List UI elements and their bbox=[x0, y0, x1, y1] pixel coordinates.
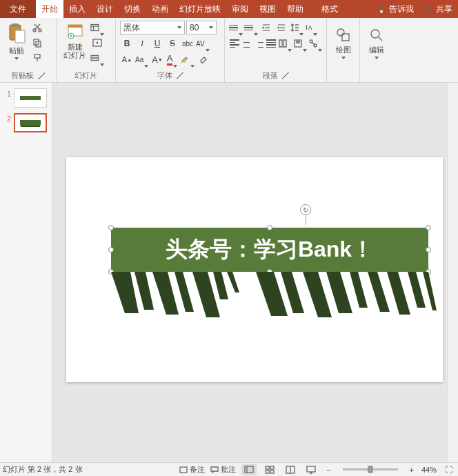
tab-file[interactable]: 文件 bbox=[0, 0, 36, 18]
font-name-select[interactable]: 黑体 bbox=[120, 21, 185, 34]
font-grow-button[interactable]: A▲ bbox=[120, 52, 134, 66]
bold-button[interactable]: B bbox=[120, 37, 134, 50]
align-text-button[interactable] bbox=[293, 37, 307, 50]
zoom-slider[interactable] bbox=[343, 468, 398, 470]
font-dialog-launcher[interactable] bbox=[177, 72, 183, 79]
tab-home[interactable]: 开始 bbox=[36, 0, 63, 18]
font-size-select[interactable]: 80 bbox=[186, 21, 217, 34]
share-label[interactable]: 共享 bbox=[436, 3, 452, 15]
thumb-1-number: 1 bbox=[3, 88, 11, 98]
ribbon: 粘贴 剪贴板 新建 幻灯片 幻灯片 bbox=[0, 18, 458, 83]
italic-button[interactable]: I bbox=[135, 37, 149, 50]
text-shadow-button[interactable]: abc bbox=[181, 37, 195, 50]
slide-canvas[interactable]: ↻ 头条号：学习Bank！ bbox=[52, 83, 458, 462]
view-reading-button[interactable] bbox=[283, 464, 298, 475]
tab-format[interactable]: 格式 bbox=[316, 0, 344, 18]
columns-button[interactable] bbox=[278, 37, 292, 50]
text-direction-button[interactable]: ⅠA bbox=[305, 21, 319, 34]
char-spacing-button[interactable]: AV bbox=[196, 37, 210, 50]
cut-button[interactable] bbox=[30, 21, 44, 34]
align-justify-button[interactable] bbox=[266, 37, 277, 50]
slide[interactable]: ↻ 头条号：学习Bank！ bbox=[66, 157, 443, 382]
tab-insert[interactable]: 插入 bbox=[63, 0, 91, 18]
handle-tl[interactable] bbox=[108, 225, 114, 230]
thumb-2[interactable]: 2 bbox=[3, 113, 49, 132]
tab-transition[interactable]: 切换 bbox=[119, 0, 146, 18]
rotate-handle[interactable]: ↻ bbox=[300, 204, 311, 225]
tab-bar: 文件 开始 插入 设计 切换 动画 幻灯片放映 审阅 视图 帮助 格式 告诉我 … bbox=[0, 0, 458, 18]
zoom-in-button[interactable]: + bbox=[408, 466, 416, 474]
thumb-1[interactable]: 1 bbox=[3, 88, 49, 108]
font-color-button[interactable]: A bbox=[166, 52, 179, 66]
handle-bl[interactable] bbox=[108, 269, 114, 275]
notes-button[interactable]: 备注 bbox=[179, 464, 205, 475]
tab-help[interactable]: 帮助 bbox=[281, 0, 309, 18]
handle-l[interactable] bbox=[108, 247, 114, 252]
numbering-button[interactable] bbox=[244, 21, 258, 34]
svg-rect-13 bbox=[91, 24, 99, 30]
align-right-button[interactable] bbox=[254, 37, 265, 50]
view-sorter-button[interactable] bbox=[262, 464, 277, 475]
new-slide-button[interactable]: 新建 幻灯片 bbox=[61, 21, 89, 61]
svg-rect-29 bbox=[270, 470, 274, 473]
drawing-button[interactable]: 绘图 bbox=[331, 21, 355, 65]
fit-to-window-button[interactable]: ⛶ bbox=[442, 466, 455, 474]
strike-button[interactable]: S bbox=[166, 37, 179, 50]
font-shrink-button[interactable]: A▼ bbox=[150, 52, 164, 66]
handle-t[interactable] bbox=[267, 225, 272, 230]
view-reading-icon bbox=[286, 466, 295, 474]
clipboard-dialog-launcher[interactable] bbox=[38, 72, 45, 79]
eraser-icon bbox=[198, 54, 208, 64]
svg-point-6 bbox=[39, 29, 41, 32]
vertical-scrollbar[interactable] bbox=[447, 83, 458, 462]
view-sorter-icon bbox=[265, 466, 275, 474]
highlight-button[interactable] bbox=[181, 52, 195, 66]
underline-button[interactable]: U bbox=[150, 37, 164, 50]
line-spacing-button[interactable] bbox=[290, 21, 303, 34]
align-center-button[interactable] bbox=[241, 37, 252, 50]
handle-r[interactable] bbox=[426, 247, 431, 252]
paste-label: 粘贴 bbox=[9, 46, 24, 56]
handle-br[interactable] bbox=[426, 269, 431, 275]
text-box[interactable]: ↻ 头条号：学习Bank！ bbox=[111, 228, 428, 272]
highlight-icon bbox=[181, 54, 190, 64]
indent-inc-button[interactable] bbox=[275, 21, 288, 34]
indent-dec-button[interactable] bbox=[259, 21, 273, 34]
editing-label: 编辑 bbox=[369, 45, 384, 55]
tab-animation[interactable]: 动画 bbox=[146, 0, 174, 18]
zoom-value[interactable]: 44% bbox=[421, 466, 437, 474]
svg-rect-31 bbox=[307, 466, 315, 472]
clear-format-button[interactable] bbox=[196, 52, 210, 66]
format-painter-button[interactable] bbox=[30, 51, 44, 65]
workspace: 1 2 ↻ 头条号：学习Bank！ bbox=[0, 83, 458, 462]
paste-button[interactable]: 粘贴 bbox=[4, 21, 29, 61]
smartart-button[interactable] bbox=[308, 37, 322, 50]
bullets-button[interactable] bbox=[229, 21, 243, 34]
tab-review[interactable]: 审阅 bbox=[226, 0, 254, 18]
editing-button[interactable]: 编辑 bbox=[364, 21, 389, 65]
slide-section-button[interactable] bbox=[90, 51, 104, 65]
paste-icon bbox=[7, 22, 26, 44]
font-label: 字体 bbox=[157, 70, 172, 81]
zoom-slider-knob[interactable] bbox=[368, 466, 373, 473]
view-normal-button[interactable] bbox=[241, 464, 257, 475]
tab-design[interactable]: 设计 bbox=[91, 0, 119, 18]
align-left-button[interactable] bbox=[229, 37, 240, 50]
svg-rect-16 bbox=[91, 59, 99, 61]
handle-tr[interactable] bbox=[426, 225, 431, 230]
handle-b[interactable] bbox=[267, 269, 272, 275]
paragraph-dialog-launcher[interactable] bbox=[282, 72, 289, 79]
svg-rect-28 bbox=[266, 470, 269, 473]
columns-icon bbox=[278, 39, 287, 48]
slide-layout-button[interactable] bbox=[90, 21, 104, 34]
copy-button[interactable] bbox=[30, 36, 44, 50]
tab-slideshow[interactable]: 幻灯片放映 bbox=[174, 0, 226, 18]
tab-view[interactable]: 视图 bbox=[254, 0, 281, 18]
comments-button[interactable]: 批注 bbox=[210, 464, 236, 475]
view-slideshow-button[interactable] bbox=[303, 464, 319, 475]
indent-inc-icon bbox=[277, 23, 286, 32]
slide-reset-button[interactable] bbox=[90, 36, 104, 50]
change-case-button[interactable]: Aa bbox=[135, 52, 149, 66]
zoom-out-button[interactable]: − bbox=[324, 466, 332, 474]
tellme-label[interactable]: 告诉我 bbox=[389, 3, 414, 15]
